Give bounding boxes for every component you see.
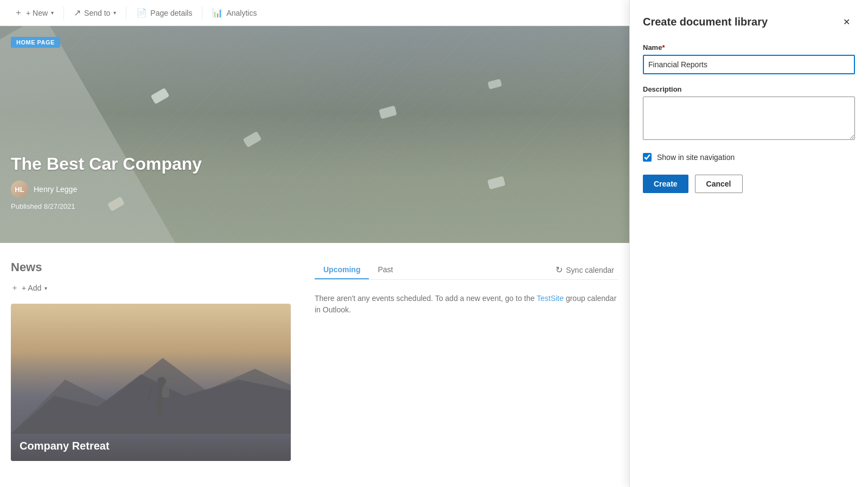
name-input[interactable] xyxy=(643,55,855,74)
description-label: Description xyxy=(643,85,855,93)
send-to-button[interactable]: ↗ Send to ▾ xyxy=(68,4,122,21)
published-date: Published 8/27/2021 xyxy=(11,202,202,210)
events-tabs: Upcoming Past ↻ Sync calendar xyxy=(315,260,618,280)
sync-calendar-button[interactable]: ↻ Sync calendar xyxy=(551,260,618,279)
news-image-overlay: Company Retreat xyxy=(11,431,291,461)
page-details-button[interactable]: 📄 Page details xyxy=(131,4,197,21)
close-icon: ✕ xyxy=(843,17,850,27)
svg-rect-4 xyxy=(162,387,169,398)
show-in-nav-row: Show in site navigation xyxy=(643,153,855,162)
create-document-library-panel: Create document library ✕ Name* Descript… xyxy=(629,0,868,487)
analytics-button[interactable]: 📊 Analytics xyxy=(207,4,262,21)
author-name: Henry Legge xyxy=(34,185,77,194)
description-field: Description xyxy=(643,85,855,142)
hero-title: The Best Car Company xyxy=(11,154,202,174)
events-empty-message: There aren't any events scheduled. To ad… xyxy=(315,293,618,316)
hero-image: HOME PAGE The Best Car Company HL Henry … xyxy=(0,26,629,243)
hero-content: The Best Car Company HL Henry Legge Publ… xyxy=(11,154,202,210)
separator-2 xyxy=(126,7,126,20)
add-news-button[interactable]: ＋ + Add ▾ xyxy=(11,281,47,295)
description-input[interactable] xyxy=(643,97,855,140)
road-overlay xyxy=(0,26,629,243)
cancel-button[interactable]: Cancel xyxy=(695,175,743,193)
hiker-figure xyxy=(146,375,174,426)
main-content: ＋ + New ▾ ↗ Send to ▾ 📄 Page details 📊 A… xyxy=(0,0,629,487)
news-section: News ＋ + Add ▾ xyxy=(11,260,293,461)
new-icon: ＋ xyxy=(14,7,23,18)
panel-header: Create document library ✕ xyxy=(643,13,855,30)
create-button[interactable]: Create xyxy=(643,175,688,193)
hero-author-row: HL Henry Legge xyxy=(11,181,202,198)
svg-rect-7 xyxy=(146,388,153,400)
home-page-badge: HOME PAGE xyxy=(11,37,60,48)
required-marker: * xyxy=(662,43,665,52)
panel-title: Create document library xyxy=(643,16,768,28)
name-field: Name* xyxy=(643,43,855,74)
page-details-icon: 📄 xyxy=(136,8,147,18)
news-title: News xyxy=(11,260,293,274)
news-image-title: Company Retreat xyxy=(20,440,282,452)
upcoming-tab[interactable]: Upcoming xyxy=(315,261,369,279)
analytics-icon: 📊 xyxy=(212,8,223,18)
add-chevron-icon: ▾ xyxy=(44,285,47,291)
separator-3 xyxy=(202,7,202,20)
new-chevron-icon: ▾ xyxy=(51,10,54,16)
avatar: HL xyxy=(11,181,28,198)
news-image: Company Retreat xyxy=(11,304,291,461)
action-buttons: Create Cancel xyxy=(643,175,855,193)
sync-icon: ↻ xyxy=(556,265,563,275)
close-panel-button[interactable]: ✕ xyxy=(838,13,855,30)
send-to-chevron-icon: ▾ xyxy=(113,10,116,16)
body-content: News ＋ + Add ▾ xyxy=(0,243,629,478)
past-tab[interactable]: Past xyxy=(369,261,401,279)
add-icon: ＋ xyxy=(11,283,18,293)
toolbar: ＋ + New ▾ ↗ Send to ▾ 📄 Page details 📊 A… xyxy=(0,0,629,26)
svg-rect-3 xyxy=(157,386,163,401)
events-section: Upcoming Past ↻ Sync calendar There aren… xyxy=(315,260,618,461)
testsite-link[interactable]: TestSite xyxy=(537,294,564,303)
send-to-icon: ↗ xyxy=(74,8,81,18)
road-1 xyxy=(0,26,260,243)
new-button[interactable]: ＋ + New ▾ xyxy=(9,4,59,22)
name-label: Name* xyxy=(643,43,855,52)
svg-point-2 xyxy=(157,377,166,386)
show-in-nav-checkbox[interactable] xyxy=(643,153,652,162)
separator-1 xyxy=(63,7,64,20)
show-in-nav-label[interactable]: Show in site navigation xyxy=(657,153,735,162)
